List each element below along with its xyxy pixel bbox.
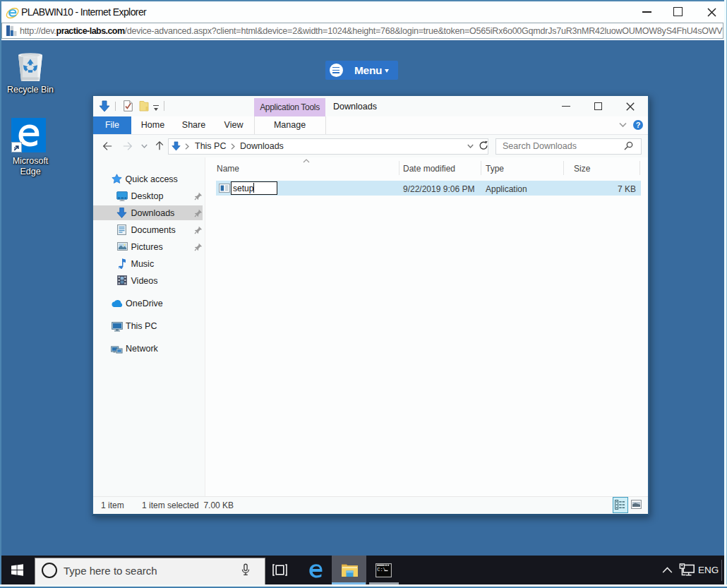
svg-text:C:\: C:\ [377,567,386,572]
